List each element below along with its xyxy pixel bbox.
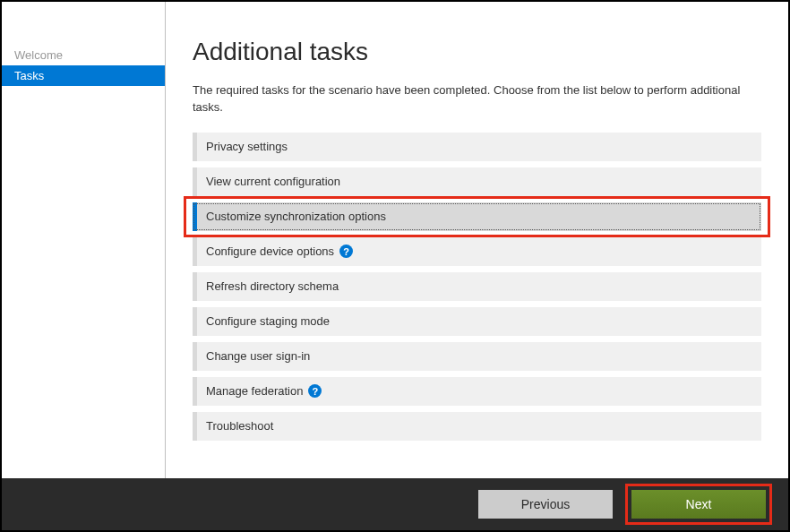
help-icon[interactable]: ? (308, 384, 322, 398)
task-label: Configure staging mode (206, 314, 330, 328)
next-button[interactable]: Next (631, 490, 766, 519)
task-view-current-configuration[interactable]: View current configuration (193, 167, 761, 196)
task-troubleshoot[interactable]: Troubleshoot (193, 412, 761, 441)
sidebar-item-welcome[interactable]: Welcome (2, 45, 165, 65)
page-description: The required tasks for the scenario have… (193, 82, 761, 116)
task-manage-federation[interactable]: Manage federation ? (193, 377, 761, 406)
sidebar: Welcome Tasks (2, 2, 166, 478)
task-label: Privacy settings (206, 140, 288, 153)
main-panel: Additional tasks The required tasks for … (166, 2, 788, 478)
previous-button[interactable]: Previous (478, 490, 613, 519)
sidebar-item-tasks[interactable]: Tasks (2, 65, 165, 86)
task-customize-synchronization-options[interactable]: Customize synchronization options (193, 202, 761, 231)
task-label: Manage federation (206, 384, 303, 398)
task-label: Configure device options (206, 245, 334, 258)
task-refresh-directory-schema[interactable]: Refresh directory schema (193, 272, 761, 301)
task-configure-device-options[interactable]: Configure device options ? (193, 237, 761, 266)
help-icon[interactable]: ? (339, 245, 353, 258)
task-label: View current configuration (206, 175, 340, 188)
task-privacy-settings[interactable]: Privacy settings (193, 133, 761, 161)
task-label: Customize synchronization options (206, 210, 386, 223)
task-label: Refresh directory schema (206, 279, 339, 293)
task-list: Privacy settings View current configurat… (193, 133, 761, 441)
footer: Previous Next (2, 478, 788, 530)
task-configure-staging-mode[interactable]: Configure staging mode (193, 307, 761, 336)
task-change-user-sign-in[interactable]: Change user sign-in (193, 342, 761, 371)
task-label: Troubleshoot (206, 419, 273, 433)
task-label: Change user sign-in (206, 349, 310, 363)
page-title: Additional tasks (193, 38, 761, 66)
